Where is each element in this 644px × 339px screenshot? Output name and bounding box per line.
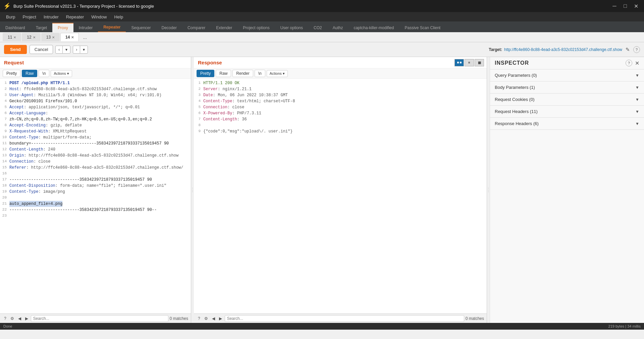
request-line-15: 15Referer: http://ffc4e860-8c88-4ead-a3c… (0, 165, 191, 171)
menu-window[interactable]: Window (88, 13, 110, 20)
tab-12-close[interactable]: ✕ (33, 36, 36, 39)
tab-co2[interactable]: CO2 (308, 23, 327, 32)
tab-sequencer[interactable]: Sequencer (126, 23, 156, 32)
cancel-button[interactable]: Cancel (30, 45, 53, 54)
request-search-settings-btn[interactable]: ⚙ (9, 316, 15, 321)
request-newline-btn[interactable]: \n (39, 70, 49, 77)
tab-decoder[interactable]: Decoder (156, 23, 182, 32)
tab-target[interactable]: Target (31, 23, 52, 32)
tab-authz[interactable]: Authz (327, 23, 348, 32)
response-matches-text: 0 matches (466, 316, 484, 321)
inspector-section-request-cookies: Request Cookies (0) ▼ (490, 94, 644, 106)
edit-target-button[interactable]: ✎ (624, 46, 631, 53)
repeater-tab-more[interactable]: ... (79, 33, 90, 42)
tab-repeater[interactable]: Repeater (98, 22, 126, 32)
inspector-section-request-cookies-header[interactable]: Request Cookies (0) ▼ (490, 94, 644, 105)
close-button[interactable]: ✕ (631, 1, 641, 11)
menu-help[interactable]: Help (111, 13, 126, 20)
tab-extender[interactable]: Extender (211, 23, 237, 32)
inspector-section-request-headers-header[interactable]: Request Headers (11) ▼ (490, 106, 644, 117)
inspector-query-params-label: Query Parameters (0) (495, 73, 537, 78)
request-panel: Request Pretty Raw \n Actions ▾ 1POST /u… (0, 57, 191, 323)
response-search-prev-btn[interactable]: ◀ (211, 316, 216, 321)
inspector-section-query-params-header[interactable]: Query Parameters (0) ▼ (490, 69, 644, 81)
repeater-tab-14[interactable]: 14 ✕ (60, 33, 79, 41)
view-toggle-split[interactable] (454, 59, 464, 66)
window-controls: ─ □ ✕ (610, 1, 641, 11)
repeater-tab-12[interactable]: 12 ✕ (22, 33, 40, 41)
tab-dashboard[interactable]: Dashboard (0, 23, 31, 32)
request-actions-btn[interactable]: Actions ▾ (51, 70, 72, 77)
maximize-button[interactable]: □ (621, 1, 630, 11)
response-panel: Response ≡ ▦ Pretty Raw Render \n Action… (194, 57, 487, 323)
response-line-5: 5Connection: close (194, 104, 487, 110)
tab-proxy[interactable]: Proxy (52, 23, 73, 32)
menu-burp[interactable]: Burp (3, 13, 18, 20)
response-search-input[interactable] (225, 315, 464, 322)
inspector-request-headers-label: Request Headers (11) (495, 109, 538, 114)
response-line-8: 8 (194, 122, 487, 128)
tab-13-close[interactable]: ✕ (52, 36, 55, 39)
minimize-button[interactable]: ─ (610, 1, 619, 11)
response-code-area[interactable]: 1HTTP/1.1 200 OK2Server: nginx/1.21.13Da… (194, 79, 487, 314)
response-search-help-btn[interactable]: ? (197, 316, 202, 321)
request-search-help-btn[interactable]: ? (3, 316, 8, 321)
response-render-btn[interactable]: Render (232, 70, 253, 77)
response-actions-btn[interactable]: Actions ▾ (267, 70, 288, 77)
statusbar: Done 219 bytes | 34 millis (0, 323, 644, 330)
tab-comparer[interactable]: Comparer (182, 23, 211, 32)
response-inspector-drag-handle[interactable]: ⋮ (487, 57, 490, 323)
status-right: 219 bytes | 34 millis (608, 324, 641, 328)
nav-forward-dropdown-button[interactable]: ▾ (80, 46, 88, 54)
help-target-button[interactable]: ? (633, 46, 640, 53)
response-search-settings-btn[interactable]: ⚙ (203, 316, 209, 321)
menu-repeater[interactable]: Repeater (63, 13, 87, 20)
menu-intruder[interactable]: Intruder (40, 13, 62, 20)
inspector-section-request-headers: Request Headers (11) ▼ (490, 106, 644, 118)
response-newline-btn[interactable]: \n (255, 70, 265, 77)
request-line-11: 11boundary=---------------------------35… (0, 140, 191, 147)
tab-12-label: 12 (27, 35, 31, 40)
menu-project[interactable]: Project (19, 13, 39, 20)
request-search-next-btn[interactable]: ▶ (24, 316, 30, 321)
inspector-section-body-params: Body Parameters (1) ▼ (490, 81, 644, 94)
request-line-2: 2Host: ffc4e860-8c88-4ead-a3c5-832c02153… (0, 86, 191, 92)
response-line-6: 6X-Powered-By: PHP/7.3.11 (194, 110, 487, 116)
tab-passive-scan[interactable]: Passive Scan Client (399, 23, 446, 32)
request-raw-btn[interactable]: Raw (22, 70, 37, 77)
nav-forward-button[interactable]: › (73, 46, 80, 54)
request-line-10: 10Content-Type: multipart/form-data; (0, 134, 191, 140)
request-line-13: 13Origin: http://ffc4e860-8c88-4ead-a3c5… (0, 153, 191, 159)
response-raw-btn[interactable]: Raw (216, 70, 231, 77)
tab-14-close[interactable]: ✕ (71, 36, 74, 39)
response-pretty-btn[interactable]: Pretty (197, 70, 214, 77)
request-search-prev-btn[interactable]: ◀ (17, 316, 22, 321)
nav-back-dropdown-button[interactable]: ▾ (62, 46, 70, 54)
inspector-close-btn[interactable]: ✕ (635, 60, 639, 66)
response-line-3: 3Date: Mon, 06 Jun 2022 10:38:37 GMT (194, 92, 487, 98)
request-pretty-btn[interactable]: Pretty (3, 70, 20, 77)
inspector-section-body-params-header[interactable]: Body Parameters (1) ▼ (490, 81, 644, 93)
tab-captcha-killer[interactable]: captcha-killer-modified (348, 23, 399, 32)
request-line-12: 12Content-Length: 240 (0, 147, 191, 153)
tab-11-close[interactable]: ✕ (13, 36, 16, 39)
main-tabbar: Dashboard Target Proxy Intruder Repeater… (0, 21, 644, 32)
view-toggle-list[interactable]: ≡ (465, 59, 474, 66)
tab-project-options[interactable]: Project options (237, 23, 275, 32)
response-line-4: 4Content-Type: text/html; charset=UTF-8 (194, 98, 487, 104)
repeater-tab-13[interactable]: 13 ✕ (41, 33, 60, 41)
repeater-tab-11[interactable]: 11 ✕ (3, 33, 21, 41)
inspector-section-response-headers-header[interactable]: Response Headers (6) ▼ (490, 118, 644, 129)
inspector-body-params-chevron: ▼ (635, 85, 639, 90)
tab-user-options[interactable]: User options (275, 23, 308, 32)
response-search-next-btn[interactable]: ▶ (218, 316, 223, 321)
request-response-drag-handle[interactable]: ⋮ (191, 57, 194, 323)
nav-back-button[interactable]: ‹ (55, 46, 63, 54)
request-search-input[interactable] (31, 315, 168, 322)
response-search-bar: ? ⚙ ◀ ▶ 0 matches (194, 314, 487, 323)
request-code-area[interactable]: 1POST /upload.php HTTP/1.12Host: ffc4e86… (0, 79, 191, 314)
inspector-help-btn[interactable]: ? (626, 60, 632, 66)
tab-intruder[interactable]: Intruder (73, 23, 98, 32)
view-toggle-grid[interactable]: ▦ (475, 59, 484, 66)
send-button[interactable]: Send (4, 45, 27, 54)
